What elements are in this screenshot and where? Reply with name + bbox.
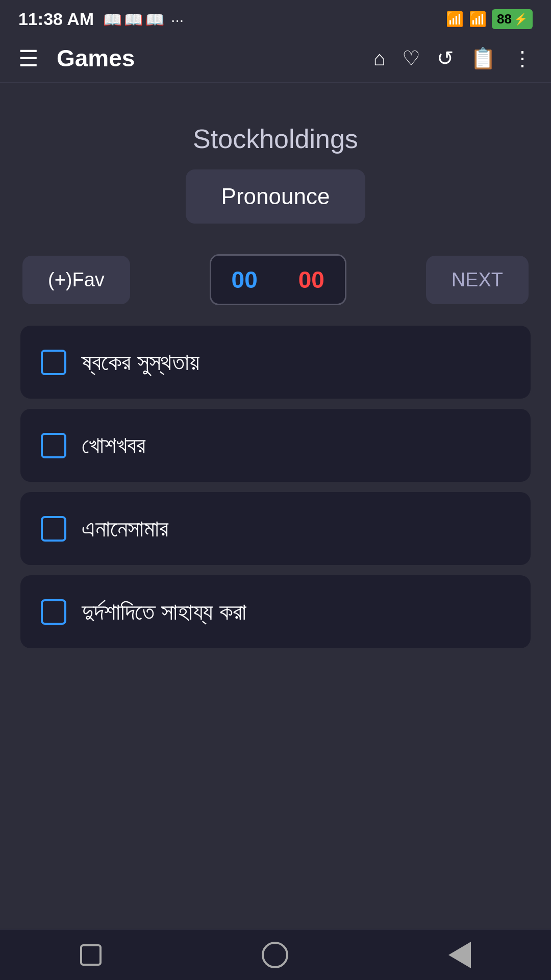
- next-button[interactable]: NEXT: [426, 256, 529, 304]
- option-item-1[interactable]: ষ্বকের সুস্থতায়: [20, 326, 531, 399]
- home-icon[interactable]: ⌂: [373, 47, 386, 70]
- option-item-3[interactable]: এনানেসামার: [20, 492, 531, 565]
- status-bar: 11:38 AM 📖 📖 📖 ··· 📶 📶 88 ⚡: [0, 0, 551, 34]
- score-blue: 00: [211, 256, 278, 304]
- back-square-icon[interactable]: [80, 944, 102, 966]
- signal-icon-1: 📶: [446, 11, 464, 28]
- top-nav: ☰ Games ⌂ ♡ ↺ 📋 ⋮: [0, 34, 551, 83]
- pronounce-button[interactable]: Pronounce: [186, 169, 366, 224]
- clipboard-icon[interactable]: 📋: [470, 46, 496, 70]
- battery-bolt-icon: ⚡: [514, 13, 528, 26]
- more-icon[interactable]: ⋮: [512, 46, 533, 70]
- option-checkbox-2[interactable]: [41, 433, 66, 458]
- score-display: 00 00: [210, 254, 346, 305]
- heart-icon[interactable]: ♡: [402, 46, 420, 70]
- option-text-1: ষ্বকের সুস্থতায়: [82, 348, 199, 376]
- book-icon-2: 📖: [124, 11, 143, 28]
- main-content: Stockholdings Pronounce (+)Fav 00 00 NEX…: [0, 83, 551, 730]
- status-time: 11:38 AM: [18, 9, 94, 29]
- option-text-4: দুর্দশাদিতে সাহায্য করা: [82, 598, 246, 626]
- option-text-3: এনানেসামার: [82, 514, 168, 543]
- hamburger-icon[interactable]: ☰: [18, 45, 38, 71]
- back-triangle-icon[interactable]: [448, 942, 471, 968]
- battery-level: 88: [497, 11, 512, 27]
- option-item-2[interactable]: খোশখবর: [20, 409, 531, 482]
- fav-button[interactable]: (+)Fav: [22, 256, 130, 304]
- battery-indicator: 88 ⚡: [492, 9, 533, 29]
- word-title: Stockholdings: [193, 124, 358, 154]
- nav-title: Games: [57, 44, 135, 72]
- book-icon-1: 📖: [103, 11, 122, 28]
- home-circle-icon[interactable]: [262, 942, 288, 968]
- word-section: Stockholdings Pronounce: [20, 124, 531, 224]
- score-red: 00: [278, 256, 345, 304]
- status-left: 11:38 AM 📖 📖 📖 ···: [18, 9, 184, 29]
- bottom-spacer: [20, 648, 531, 709]
- nav-right: ⌂ ♡ ↺ 📋 ⋮: [373, 46, 533, 70]
- options-list: ষ্বকের সুস্থতায় খোশখবর এনানেসামার দুর্দ…: [20, 326, 531, 648]
- history-icon[interactable]: ↺: [437, 46, 454, 70]
- option-checkbox-1[interactable]: [41, 350, 66, 375]
- signal-icon-2: 📶: [469, 11, 487, 28]
- status-icons: 📶 📶 88 ⚡: [446, 9, 533, 29]
- option-text-2: খোশখবর: [82, 431, 145, 459]
- option-checkbox-4[interactable]: [41, 599, 66, 625]
- nav-left: ☰ Games: [18, 44, 135, 72]
- book-icon-3: 📖: [145, 11, 164, 28]
- ellipsis-icon: ···: [171, 11, 184, 28]
- option-checkbox-3[interactable]: [41, 516, 66, 542]
- bottom-nav: [0, 929, 551, 980]
- option-item-4[interactable]: দুর্দশাদিতে সাহায্য করা: [20, 575, 531, 648]
- controls-row: (+)Fav 00 00 NEXT: [20, 254, 531, 305]
